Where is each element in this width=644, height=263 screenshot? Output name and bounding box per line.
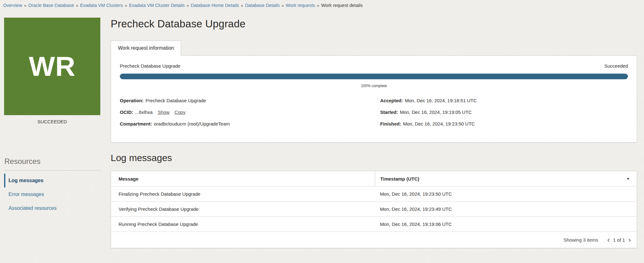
breadcrumb-link-oracle-base-database[interactable]: Oracle Base Database [28, 3, 74, 8]
field-value: Precheck Database Upgrade [146, 98, 206, 103]
cell-timestamp: Mon, Dec 16, 2024, 19:23:49 UTC [375, 202, 637, 216]
field-value: Mon, Dec 16, 2024, 19:18:51 UTC [405, 98, 477, 103]
log-messages-heading: Log messages [111, 153, 637, 163]
field-compartment: Compartment:oradbclouducm (root)/Upgrade… [120, 121, 368, 127]
cell-message: Finalizing Precheck Database Upgrade [111, 187, 375, 201]
tab-work-request-information[interactable]: Work request information [111, 41, 181, 56]
field-label: Started: [380, 109, 398, 115]
sidebar-item-log-messages[interactable]: Log messages [4, 174, 102, 187]
field-label: Finished: [380, 121, 401, 126]
page-title: Precheck Database Upgrade [111, 18, 637, 30]
status-caption: SUCCEEDED [4, 119, 100, 124]
breadcrumb-separator: » [317, 3, 319, 8]
details-right-column: Accepted:Mon, Dec 16, 2024, 19:18:51 UTC… [380, 98, 628, 127]
breadcrumb: Overview»Oracle Base Database»Exadata VM… [0, 0, 644, 10]
showing-items-label: Showing 3 items [564, 237, 598, 243]
details-grid: Operation:Precheck Database Upgrade OCID… [120, 98, 628, 127]
field-value: Mon, Dec 16, 2024, 19:23:50 UTC [403, 121, 475, 126]
breadcrumb-link-database-details[interactable]: Database Details [245, 3, 280, 8]
resources-divider [4, 170, 101, 171]
cell-message: Verifying Precheck Database Upgrade [111, 202, 375, 216]
sidebar-item-error-messages[interactable]: Error messages [4, 187, 102, 201]
resources-nav: Resources Log messages Error messages As… [4, 157, 102, 215]
next-page-icon[interactable]: › [628, 237, 631, 243]
field-finished: Finished:Mon, Dec 16, 2024, 19:23:50 UTC [380, 121, 628, 127]
column-header-label: Timestamp (UTC) [380, 176, 419, 182]
breadcrumb-link-work-requests[interactable]: Work requests [286, 3, 315, 8]
work-request-information-panel: Precheck Database Upgrade Succeeded 100%… [111, 55, 637, 143]
progress-bar-fill [120, 74, 628, 79]
column-header-message[interactable]: Message [111, 171, 375, 186]
sidebar-item-label: Associated resources [8, 205, 57, 211]
breadcrumb-separator: » [187, 3, 189, 8]
breadcrumb-separator: » [76, 3, 78, 8]
breadcrumb-current: Work request details [321, 3, 363, 8]
field-value: ...6xlhxa [135, 109, 153, 115]
tab-row: Work request information [111, 40, 637, 55]
details-left-column: Operation:Precheck Database Upgrade OCID… [120, 98, 368, 127]
field-started: Started:Mon, Dec 16, 2024, 19:19:05 UTC [380, 109, 628, 115]
avatar-initials: WR [29, 50, 76, 82]
sidebar-item-label: Error messages [8, 192, 44, 197]
table-row: Finalizing Precheck Database Upgrade Mon… [111, 186, 637, 201]
work-request-avatar: WR [4, 18, 100, 115]
field-label: Accepted: [380, 98, 403, 103]
breadcrumb-separator: » [282, 3, 284, 8]
breadcrumb-separator: » [125, 3, 127, 8]
main-layout: WR SUCCEEDED Resources Log messages Erro… [0, 10, 644, 248]
field-value: Mon, Dec 16, 2024, 19:19:05 UTC [400, 109, 472, 115]
previous-page-icon[interactable]: ‹ [607, 237, 610, 243]
right-column: Precheck Database Upgrade Work request i… [111, 10, 644, 248]
cell-timestamp: Mon, Dec 16, 2024, 19:23:50 UTC [375, 187, 637, 201]
progress-label: Precheck Database Upgrade [120, 63, 180, 69]
sidebar-item-associated-resources[interactable]: Associated resources [4, 201, 102, 215]
sidebar-item-label: Log messages [8, 178, 43, 183]
column-header-timestamp[interactable]: Timestamp (UTC) ▼ [375, 171, 637, 186]
table-header-row: Message Timestamp (UTC) ▼ [111, 171, 637, 186]
field-label: Compartment: [120, 121, 152, 126]
field-value: oradbclouducm (root)/UpgradeTeam [154, 121, 230, 126]
field-accepted: Accepted:Mon, Dec 16, 2024, 19:18:51 UTC [380, 98, 628, 104]
breadcrumb-link-exadata-vm-clusters[interactable]: Exadata VM Clusters [80, 3, 123, 8]
table-row: Running Precheck Database Upgrade Mon, D… [111, 216, 637, 232]
column-header-label: Message [119, 176, 138, 182]
sort-caret-icon[interactable]: ▼ [626, 177, 630, 181]
page-indicator: 1 of 1 [613, 237, 625, 243]
ocid-copy-link[interactable]: Copy [175, 109, 186, 115]
breadcrumb-separator: » [241, 3, 243, 8]
progress-bar [120, 74, 628, 79]
resources-heading: Resources [4, 157, 102, 166]
log-messages-table: Message Timestamp (UTC) ▼ Finalizing Pre… [111, 171, 637, 248]
table-footer: Showing 3 items ‹ 1 of 1 › [111, 232, 637, 248]
progress-percent-label: 100% complete [120, 84, 628, 88]
breadcrumb-link-overview[interactable]: Overview [3, 3, 22, 8]
cell-message: Running Precheck Database Upgrade [111, 217, 375, 232]
breadcrumb-link-database-home-details[interactable]: Database Home Details [191, 3, 239, 8]
field-operation: Operation:Precheck Database Upgrade [120, 98, 368, 104]
breadcrumb-link-exadata-vm-cluster-details[interactable]: Exadata VM Cluster Details [129, 3, 185, 8]
ocid-show-link[interactable]: Show [158, 109, 169, 115]
progress-header: Precheck Database Upgrade Succeeded [120, 63, 628, 69]
table-row: Verifying Precheck Database Upgrade Mon,… [111, 201, 637, 216]
progress-status: Succeeded [604, 63, 628, 69]
pagination: ‹ 1 of 1 › [607, 237, 631, 243]
field-label: Operation: [120, 98, 144, 103]
left-column: WR SUCCEEDED Resources Log messages Erro… [0, 10, 111, 215]
cell-timestamp: Mon, Dec 16, 2024, 19:19:06 UTC [375, 217, 637, 232]
breadcrumb-separator: » [24, 3, 26, 8]
field-ocid: OCID:...6xlhxaShowCopy [120, 109, 368, 115]
field-label: OCID: [120, 109, 133, 115]
